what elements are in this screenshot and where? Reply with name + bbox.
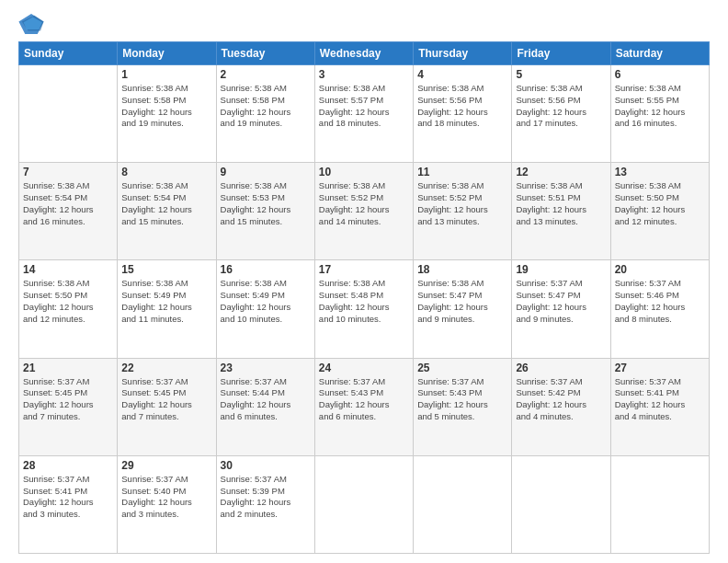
calendar-cell: 25Sunrise: 5:37 AMSunset: 5:43 PMDayligh… — [414, 358, 512, 455]
day-number: 30 — [221, 459, 311, 472]
calendar-cell — [414, 455, 512, 553]
day-number: 7 — [23, 166, 113, 178]
calendar-cell: 28Sunrise: 5:37 AMSunset: 5:41 PMDayligh… — [19, 455, 118, 553]
calendar-header-row: SundayMondayTuesdayWednesdayThursdayFrid… — [19, 42, 710, 65]
calendar-cell: 21Sunrise: 5:37 AMSunset: 5:45 PMDayligh… — [19, 358, 118, 455]
calendar-cell: 3Sunrise: 5:38 AMSunset: 5:57 PMDaylight… — [314, 65, 413, 163]
calendar-week-row: 7Sunrise: 5:38 AMSunset: 5:54 PMDaylight… — [19, 163, 710, 260]
cell-content: Sunrise: 5:37 AMSunset: 5:43 PMDaylight:… — [417, 376, 507, 423]
calendar-cell: 30Sunrise: 5:37 AMSunset: 5:39 PMDayligh… — [216, 455, 314, 553]
day-header-wednesday: Wednesday — [314, 42, 413, 65]
calendar-cell: 4Sunrise: 5:38 AMSunset: 5:56 PMDaylight… — [414, 65, 512, 163]
calendar-cell: 26Sunrise: 5:37 AMSunset: 5:42 PMDayligh… — [512, 358, 610, 455]
cell-content: Sunrise: 5:38 AMSunset: 5:48 PMDaylight:… — [319, 278, 409, 325]
day-number: 16 — [221, 263, 311, 276]
cell-content: Sunrise: 5:37 AMSunset: 5:45 PMDaylight:… — [23, 376, 113, 423]
calendar-cell: 13Sunrise: 5:38 AMSunset: 5:50 PMDayligh… — [610, 163, 709, 260]
day-number: 29 — [121, 459, 211, 472]
day-number: 20 — [615, 263, 705, 276]
day-number: 12 — [516, 166, 606, 178]
day-number: 14 — [23, 263, 113, 276]
calendar-week-row: 21Sunrise: 5:37 AMSunset: 5:45 PMDayligh… — [19, 358, 710, 455]
cell-content: Sunrise: 5:37 AMSunset: 5:47 PMDaylight:… — [516, 278, 606, 325]
day-number: 13 — [615, 166, 705, 178]
calendar-cell: 9Sunrise: 5:38 AMSunset: 5:53 PMDaylight… — [216, 163, 314, 260]
day-number: 21 — [23, 362, 113, 374]
day-number: 25 — [417, 362, 507, 374]
calendar-cell: 12Sunrise: 5:38 AMSunset: 5:51 PMDayligh… — [512, 163, 610, 260]
day-number: 1 — [121, 68, 211, 81]
cell-content: Sunrise: 5:38 AMSunset: 5:47 PMDaylight:… — [417, 278, 507, 325]
calendar-cell: 18Sunrise: 5:38 AMSunset: 5:47 PMDayligh… — [414, 260, 512, 358]
cell-content: Sunrise: 5:37 AMSunset: 5:45 PMDaylight:… — [121, 376, 211, 423]
day-header-friday: Friday — [512, 42, 610, 65]
calendar-cell: 11Sunrise: 5:38 AMSunset: 5:52 PMDayligh… — [414, 163, 512, 260]
cell-content: Sunrise: 5:37 AMSunset: 5:40 PMDaylight:… — [121, 474, 211, 521]
cell-content: Sunrise: 5:37 AMSunset: 5:41 PMDaylight:… — [23, 474, 113, 521]
calendar-cell: 14Sunrise: 5:38 AMSunset: 5:50 PMDayligh… — [19, 260, 118, 358]
calendar-cell — [19, 65, 118, 163]
calendar-cell: 20Sunrise: 5:37 AMSunset: 5:46 PMDayligh… — [610, 260, 709, 358]
calendar-cell: 23Sunrise: 5:37 AMSunset: 5:44 PMDayligh… — [216, 358, 314, 455]
day-number: 9 — [221, 166, 311, 178]
calendar-cell: 29Sunrise: 5:37 AMSunset: 5:40 PMDayligh… — [118, 455, 216, 553]
cell-content: Sunrise: 5:37 AMSunset: 5:41 PMDaylight:… — [615, 376, 705, 423]
calendar-cell: 15Sunrise: 5:38 AMSunset: 5:49 PMDayligh… — [118, 260, 216, 358]
cell-content: Sunrise: 5:37 AMSunset: 5:44 PMDaylight:… — [221, 376, 311, 423]
calendar-cell: 17Sunrise: 5:38 AMSunset: 5:48 PMDayligh… — [314, 260, 413, 358]
cell-content: Sunrise: 5:38 AMSunset: 5:50 PMDaylight:… — [615, 180, 705, 227]
calendar-cell: 10Sunrise: 5:38 AMSunset: 5:52 PMDayligh… — [314, 163, 413, 260]
cell-content: Sunrise: 5:38 AMSunset: 5:53 PMDaylight:… — [221, 180, 311, 227]
calendar-cell: 16Sunrise: 5:38 AMSunset: 5:49 PMDayligh… — [216, 260, 314, 358]
day-number: 27 — [615, 362, 705, 374]
page: SundayMondayTuesdayWednesdayThursdayFrid… — [0, 0, 728, 563]
calendar-cell: 24Sunrise: 5:37 AMSunset: 5:43 PMDayligh… — [314, 358, 413, 455]
day-header-tuesday: Tuesday — [216, 42, 314, 65]
day-number: 28 — [23, 459, 113, 472]
day-number: 2 — [221, 68, 311, 81]
day-number: 6 — [615, 68, 705, 81]
calendar-cell: 27Sunrise: 5:37 AMSunset: 5:41 PMDayligh… — [610, 358, 709, 455]
calendar-cell: 6Sunrise: 5:38 AMSunset: 5:55 PMDaylight… — [610, 65, 709, 163]
day-header-sunday: Sunday — [19, 42, 118, 65]
day-number: 5 — [516, 68, 606, 81]
logo-icon — [18, 14, 44, 34]
calendar-cell: 8Sunrise: 5:38 AMSunset: 5:54 PMDaylight… — [118, 163, 216, 260]
calendar-cell: 22Sunrise: 5:37 AMSunset: 5:45 PMDayligh… — [118, 358, 216, 455]
calendar-cell — [610, 455, 709, 553]
day-number: 17 — [319, 263, 409, 276]
day-number: 26 — [516, 362, 606, 374]
calendar-cell — [314, 455, 413, 553]
cell-content: Sunrise: 5:37 AMSunset: 5:46 PMDaylight:… — [615, 278, 705, 325]
calendar-table: SundayMondayTuesdayWednesdayThursdayFrid… — [18, 41, 710, 554]
calendar-cell: 19Sunrise: 5:37 AMSunset: 5:47 PMDayligh… — [512, 260, 610, 358]
cell-content: Sunrise: 5:38 AMSunset: 5:54 PMDaylight:… — [121, 180, 211, 227]
calendar-cell: 5Sunrise: 5:38 AMSunset: 5:56 PMDaylight… — [512, 65, 610, 163]
day-number: 15 — [121, 263, 211, 276]
day-number: 10 — [319, 166, 409, 178]
calendar-cell: 7Sunrise: 5:38 AMSunset: 5:54 PMDaylight… — [19, 163, 118, 260]
cell-content: Sunrise: 5:38 AMSunset: 5:49 PMDaylight:… — [121, 278, 211, 325]
calendar-week-row: 14Sunrise: 5:38 AMSunset: 5:50 PMDayligh… — [19, 260, 710, 358]
cell-content: Sunrise: 5:38 AMSunset: 5:50 PMDaylight:… — [23, 278, 113, 325]
cell-content: Sunrise: 5:38 AMSunset: 5:57 PMDaylight:… — [319, 83, 409, 130]
cell-content: Sunrise: 5:38 AMSunset: 5:56 PMDaylight:… — [417, 83, 507, 130]
day-number: 11 — [417, 166, 507, 178]
cell-content: Sunrise: 5:38 AMSunset: 5:54 PMDaylight:… — [23, 180, 113, 227]
header — [18, 14, 710, 34]
logo — [18, 14, 48, 34]
calendar-week-row: 28Sunrise: 5:37 AMSunset: 5:41 PMDayligh… — [19, 455, 710, 553]
cell-content: Sunrise: 5:38 AMSunset: 5:56 PMDaylight:… — [516, 83, 606, 130]
day-header-monday: Monday — [118, 42, 216, 65]
calendar-cell: 1Sunrise: 5:38 AMSunset: 5:58 PMDaylight… — [118, 65, 216, 163]
calendar-week-row: 1Sunrise: 5:38 AMSunset: 5:58 PMDaylight… — [19, 65, 710, 163]
day-header-saturday: Saturday — [610, 42, 709, 65]
day-number: 23 — [221, 362, 311, 374]
cell-content: Sunrise: 5:38 AMSunset: 5:49 PMDaylight:… — [221, 278, 311, 325]
cell-content: Sunrise: 5:37 AMSunset: 5:39 PMDaylight:… — [221, 474, 311, 521]
calendar-cell: 2Sunrise: 5:38 AMSunset: 5:58 PMDaylight… — [216, 65, 314, 163]
day-number: 18 — [417, 263, 507, 276]
cell-content: Sunrise: 5:38 AMSunset: 5:52 PMDaylight:… — [417, 180, 507, 227]
day-number: 19 — [516, 263, 606, 276]
cell-content: Sunrise: 5:37 AMSunset: 5:42 PMDaylight:… — [516, 376, 606, 423]
